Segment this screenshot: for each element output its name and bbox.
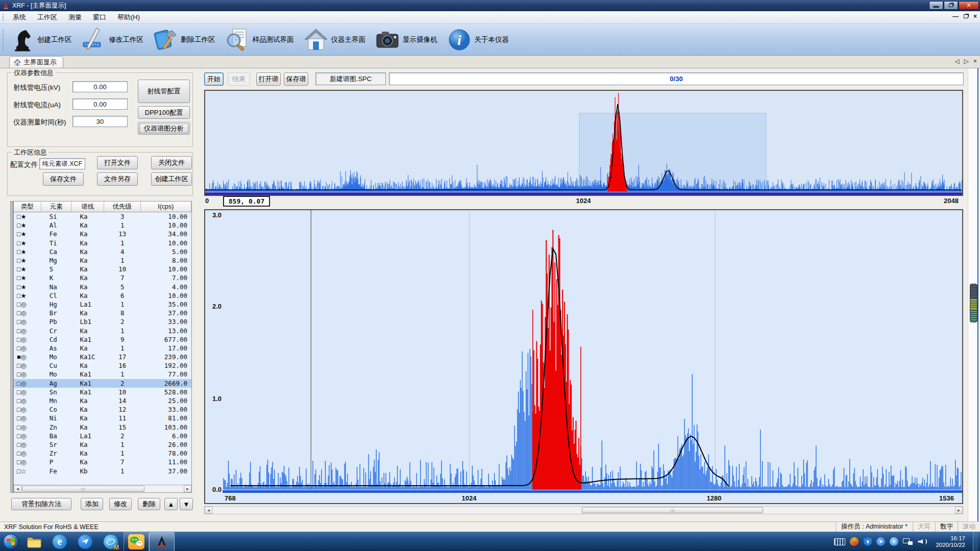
mdi-minimize-button[interactable]: —	[952, 13, 959, 20]
mdi-close-button[interactable]: ×	[973, 13, 977, 20]
browser-tray-icon[interactable]: ➤	[876, 537, 885, 546]
toolbar-button-2[interactable]: 删除工作区	[151, 25, 219, 55]
column-header-4[interactable]: I(cps)	[141, 202, 191, 212]
dpp100-config-button[interactable]: DPP100配置	[138, 106, 190, 119]
table-row-zn-24[interactable]: □◎ZnKa15103.00	[14, 423, 191, 432]
taskbar-explorer-button[interactable]	[21, 532, 47, 551]
open-spectrum-button[interactable]: 打开谱	[256, 72, 281, 86]
scroll-right-arrow-icon[interactable]: ►	[184, 485, 191, 492]
save-as-button[interactable]: 文件另存	[97, 172, 138, 186]
spectrum-analysis-button[interactable]: 仪器谱图分析	[138, 122, 190, 135]
column-header-1[interactable]: 元素	[41, 202, 72, 212]
table-row-cu-17[interactable]: □◎CuKa16192.00	[14, 361, 191, 370]
right-scroll-thumb[interactable]	[970, 284, 977, 322]
chart-horizontal-scrollbar[interactable]: ◄ ►	[204, 506, 963, 514]
table-row-s-6[interactable]: □★SKa1010.00	[14, 265, 191, 273]
add-button[interactable]: 添加	[81, 498, 103, 510]
table-row-mo-18[interactable]: □◎MoKa1177.00	[14, 370, 191, 379]
right-scrollbar[interactable]	[968, 68, 980, 521]
chart-scroll-left-icon[interactable]: ◄	[205, 507, 212, 514]
table-row-mg-5[interactable]: □★MgKa18.00	[14, 256, 191, 265]
table-row-br-11[interactable]: □◎BrKa837.00	[14, 309, 191, 317]
table-row-co-22[interactable]: □◎CoKa1233.00	[14, 405, 191, 414]
taskbar-rtx-button[interactable]: M	[98, 532, 124, 551]
tab-scroll-right-icon[interactable]: ▷	[964, 58, 969, 65]
network-tray-icon[interactable]	[903, 537, 913, 546]
stop-button[interactable]: 结束	[228, 72, 250, 86]
menu-item-1[interactable]: 工作区	[32, 11, 63, 23]
tab-close-icon[interactable]: ×	[973, 58, 977, 65]
start-button[interactable]: 开始	[204, 72, 224, 86]
table-row-fe-29[interactable]: □☆FeKb137.00	[14, 466, 191, 475]
close-file-button[interactable]: 关闭文件	[151, 156, 192, 169]
open-file-button[interactable]: 打开文件	[97, 156, 138, 169]
table-row-ni-23[interactable]: □◎NiKa1181.00	[14, 414, 191, 422]
toolbar-button-5[interactable]: 显示摄像机	[373, 25, 442, 55]
table-row-na-8[interactable]: □★NaKa54.00	[14, 283, 191, 291]
config-file-field[interactable]: 纯元素谱.XCF	[39, 158, 85, 169]
table-row-hg-10[interactable]: □◎HgLa1135.00	[14, 300, 191, 309]
toolbar-button-1[interactable]: 修改工作区	[79, 25, 148, 55]
table-row-ti-3[interactable]: □★TiKa110.00	[14, 239, 191, 247]
tab-scroll-left-icon[interactable]: ◁	[955, 58, 960, 65]
create-workspace-button[interactable]: 创建工作区	[151, 172, 192, 186]
save-spectrum-button[interactable]: 保存谱	[284, 72, 308, 86]
tab-main-view[interactable]: 主界面显示	[9, 56, 63, 68]
measure-time-field[interactable]: 30	[72, 116, 128, 127]
tube-current-field[interactable]: 0.00	[72, 98, 128, 110]
table-row-p-28[interactable]: □◎PKa711.00	[14, 458, 191, 466]
column-header-2[interactable]: 谱线	[71, 202, 104, 212]
close-button[interactable]: ✕	[959, 1, 979, 10]
column-header-0[interactable]: 类型	[14, 202, 41, 212]
menu-item-4[interactable]: 帮助(H)	[112, 11, 145, 23]
table-row-as-15[interactable]: □◎AsKa117.00	[14, 344, 191, 353]
menu-item-3[interactable]: 窗口	[87, 11, 112, 23]
taskbar-browser-button[interactable]: e	[47, 532, 72, 551]
start-button[interactable]	[0, 532, 21, 551]
table-row-cd-14[interactable]: □◎CdKa19677.00	[14, 335, 191, 344]
mdi-restore-button[interactable]	[964, 14, 968, 18]
volume-tray-icon[interactable]	[918, 537, 928, 546]
scroll-left-arrow-icon[interactable]: ◄	[14, 485, 21, 492]
table-scroll-thumb[interactable]	[22, 486, 144, 492]
menu-item-2[interactable]: 测量	[63, 11, 87, 23]
tube-voltage-field[interactable]: 0.00	[72, 81, 128, 92]
table-row-ca-4[interactable]: □★CaKa45.00	[14, 247, 191, 256]
toolbar-button-4[interactable]: 仪器主界面	[301, 25, 370, 55]
minimize-button[interactable]: ▬	[929, 1, 943, 10]
zoomed-spectrum-chart[interactable]: 3.02.01.00.0768102412801536	[204, 209, 963, 504]
table-row-pb-12[interactable]: □◎PbLb1233.00	[14, 317, 191, 326]
chart-scroll-right-icon[interactable]: ►	[955, 507, 963, 514]
table-row-k-7[interactable]: □★KKa77.00	[14, 273, 191, 282]
table-row-zr-27[interactable]: □◎ZrKa178.00	[14, 449, 191, 458]
table-horizontal-scrollbar[interactable]: ◄ ►	[14, 485, 191, 492]
table-row-sn-20[interactable]: □◎SnKa110528.00	[14, 388, 191, 396]
chart-scroll-thumb[interactable]	[582, 507, 763, 513]
show-desktop-button[interactable]	[973, 532, 978, 551]
column-header-3[interactable]: 优先级	[104, 202, 141, 212]
table-row-cl-9[interactable]: □★ClKa610.00	[14, 291, 191, 300]
table-row-si-0[interactable]: □★SiKa310.00	[14, 212, 191, 221]
taskbar-dingtalk-button[interactable]	[72, 532, 98, 551]
table-row-ag-19[interactable]: □◎AgKa122669.0	[14, 379, 191, 388]
save-file-button[interactable]: 保存文件	[43, 172, 84, 186]
toolbar-button-0[interactable]: 创建工作区	[7, 25, 76, 55]
taskbar-xrf-button[interactable]	[149, 532, 175, 551]
move-down-button[interactable]: ▼	[180, 498, 193, 510]
edge-tray-icon[interactable]: e	[890, 537, 898, 546]
table-row-mo-16[interactable]: ■◎MoKa1C17239.00	[14, 353, 191, 361]
move-up-button[interactable]: ▲	[164, 498, 178, 510]
table-row-al-1[interactable]: □★AlKa110.00	[14, 221, 191, 230]
overview-spectrum-chart[interactable]	[204, 90, 963, 196]
taskbar-wechat-button[interactable]	[124, 532, 149, 551]
menu-item-0[interactable]: 系统	[7, 11, 32, 23]
table-row-ba-25[interactable]: □◎BaLa126.00	[14, 432, 191, 440]
restore-button[interactable]	[944, 1, 958, 10]
background-subtract-button[interactable]: 背景扣除方法	[11, 498, 71, 510]
keyboard-tray-icon[interactable]	[834, 538, 845, 545]
tube-config-button[interactable]: 射线管配置	[138, 80, 190, 103]
table-row-mn-21[interactable]: □◎MnKa1425.00	[14, 396, 191, 405]
toolbar-button-3[interactable]: 样品测试界面	[223, 25, 298, 55]
shield-tray-icon[interactable]: ∨	[863, 537, 872, 546]
spectrum-filename-field[interactable]: 新建谱图.SPC	[315, 72, 386, 85]
